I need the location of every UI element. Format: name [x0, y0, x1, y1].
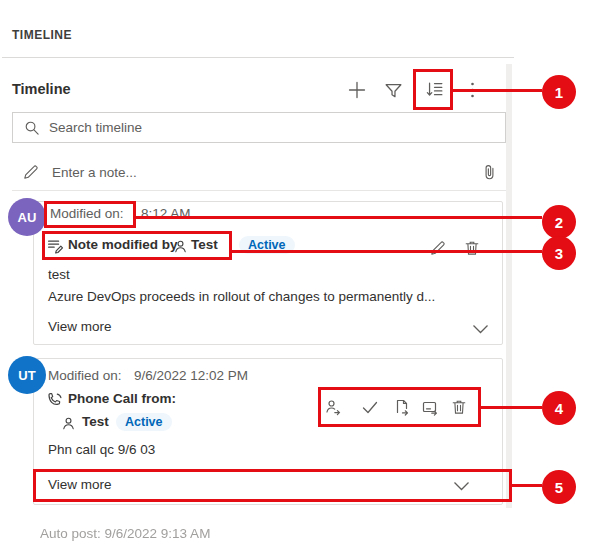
modified-on-label: Modified on: — [48, 368, 122, 383]
note-body-line: Azure DevOps proceeds in rollout of chan… — [48, 289, 435, 304]
call-description: Phn call qc 9/6 03 — [48, 442, 155, 457]
clipped-auto-post-text: Auto post: 9/6/2022 9:13 AM — [40, 526, 210, 541]
section-title: TIMELINE — [12, 28, 72, 42]
person-link[interactable]: Test — [82, 414, 109, 429]
delete-activity-icon[interactable] — [450, 398, 468, 416]
avatar-initials: UT — [18, 368, 35, 383]
more-commands-icon[interactable] — [463, 80, 482, 100]
person-icon — [173, 239, 188, 254]
chevron-down-icon[interactable] — [472, 324, 489, 334]
person-link[interactable]: Test — [191, 237, 218, 252]
view-more-button[interactable]: View more — [48, 319, 112, 334]
avatar: AU — [8, 198, 46, 236]
note-row — [12, 156, 506, 188]
expand-all-records-icon[interactable] — [424, 79, 445, 100]
modified-on-label: Modified on: — [50, 206, 124, 221]
chevron-down-icon[interactable] — [453, 481, 470, 491]
record-title: Note modified by — [68, 237, 178, 252]
status-badge: Active — [239, 236, 295, 254]
callout-1: 1 — [542, 75, 576, 109]
note-body-line: test — [48, 267, 70, 282]
callout-2: 2 — [542, 205, 576, 239]
phone-call-icon — [46, 391, 64, 409]
note-input[interactable] — [52, 165, 469, 180]
delete-note-icon[interactable] — [463, 239, 481, 257]
modified-on-value: 9/6/2022 12:02 PM — [134, 368, 248, 383]
divider — [2, 57, 514, 58]
assign-icon[interactable] — [324, 398, 343, 417]
view-more-button[interactable]: View more — [48, 477, 112, 492]
callout-5: 5 — [542, 470, 576, 504]
add-icon[interactable] — [346, 79, 368, 101]
person-icon — [61, 416, 76, 431]
avatar: UT — [8, 356, 46, 394]
timeline-heading: Timeline — [12, 81, 71, 97]
callout-4: 4 — [542, 391, 576, 425]
divider — [12, 190, 506, 191]
mark-complete-icon[interactable] — [361, 399, 379, 416]
timeline-panel: TIMELINE Timeline — [0, 0, 600, 552]
close-activity-icon[interactable] — [421, 399, 440, 417]
search-box — [12, 112, 506, 143]
edit-note-icon[interactable] — [429, 239, 447, 257]
modified-on-value: 8:12 AM — [141, 206, 191, 221]
search-icon — [23, 119, 40, 136]
callout-3: 3 — [542, 236, 576, 270]
avatar-initials: AU — [18, 210, 37, 225]
callout-line-5 — [509, 484, 542, 487]
filter-icon[interactable] — [383, 80, 404, 101]
edit-pencil-icon — [22, 163, 40, 181]
note-icon — [46, 237, 64, 255]
attach-icon[interactable] — [481, 163, 498, 182]
record-title: Phone Call from: — [68, 391, 176, 406]
status-badge: Active — [116, 413, 172, 431]
search-input[interactable] — [49, 120, 495, 135]
scrollbar-track[interactable] — [506, 64, 512, 508]
convert-to-icon[interactable] — [393, 398, 412, 417]
